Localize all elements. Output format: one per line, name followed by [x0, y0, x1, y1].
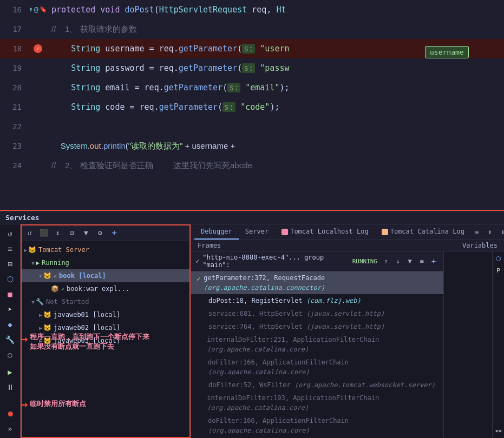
frames-label: Frames: [194, 242, 224, 249]
frame-method-6: doFilter:52, WsFilter (org.apache.tomcat…: [208, 380, 435, 390]
tree-item-javaweb02[interactable]: ▶ 🐱 javaweb02 [local]: [21, 321, 191, 334]
tab-menu-btn[interactable]: ≡: [471, 226, 483, 238]
pause-sidebar-btn[interactable]: ⏸: [3, 381, 18, 394]
code-line-16: 16 ⬆ @ 🔖 protected void doPost(HttpServl…: [0, 0, 504, 19]
line-content-20: String email = req.getParameter(s: "emai…: [46, 78, 504, 97]
services-panel: Services ↺ ≡ ⊞ ⬡ ■ ➤ ◆ 🔧 ○ ▶ ⏸ ⏺ »: [0, 211, 504, 438]
circle-sidebar-btn[interactable]: ○: [3, 348, 18, 361]
toolbar-refresh[interactable]: ↺: [24, 227, 36, 238]
wrench-sidebar-btn[interactable]: 🔧: [3, 333, 18, 346]
username-tooltip: username: [425, 46, 469, 58]
toolbar-filter[interactable]: ▼: [80, 227, 92, 238]
debugger-tab-btns: ≡ ⬆ ⬇: [471, 226, 504, 238]
thread-text: "http-nio-8080-exec-4"... group "main":: [202, 254, 349, 269]
vars-label: Variables: [462, 242, 501, 249]
frame-item-6[interactable]: doFilter:52, WsFilter (org.apache.tomcat…: [191, 379, 443, 391]
line-content-23: System.out.println("读取的数据为" + username +: [46, 136, 504, 156]
tab-debugger[interactable]: Debugger: [194, 224, 239, 240]
breakpoint-check-icon: ✓: [36, 39, 40, 58]
services-toolbar: ↺ ⬛ ↕ ⊟ ▼ ⚙ +: [21, 224, 191, 241]
breakpoint-18[interactable]: ✓: [34, 44, 42, 53]
frame-method-7: internalDoFilter:193, ApplicationFilterC…: [207, 393, 438, 413]
line-number-21: 21: [0, 97, 30, 117]
tab-tomcat-catalina[interactable]: Tomcat Catalina Log: [375, 224, 471, 240]
tab-up-btn[interactable]: ⬆: [484, 226, 496, 238]
frame-item-8[interactable]: doFilter:166, ApplicationFilterChain (or…: [191, 414, 443, 437]
thread-add-btn[interactable]: +: [428, 256, 439, 267]
tree-item-javaweb03[interactable]: ▶ 🐱 javaweb03 [local]: [21, 334, 191, 347]
frame-method-1: doPost:18, RegistServlet (com.flzj.web): [208, 296, 361, 306]
rs-glasses-btn[interactable]: 👓: [494, 426, 503, 436]
tree-item-tomcat[interactable]: ▶ 🐱 Tomcat Server: [21, 243, 191, 256]
line-number-22: 22: [0, 117, 30, 136]
line-content-19: String password = req.getParameter(s: "p…: [46, 58, 504, 78]
toolbar-group[interactable]: ⊟: [66, 227, 78, 238]
line-number-23: 23: [0, 136, 30, 156]
record-sidebar-btn[interactable]: ⏺: [3, 407, 18, 420]
arrow-sidebar-btn[interactable]: ➤: [3, 303, 18, 316]
running-arrow: ▼: [31, 260, 35, 266]
thread-filter-btn[interactable]: ▼: [404, 256, 415, 267]
frame-check-0: ✓: [197, 274, 200, 284]
line-number-19: 19: [0, 58, 30, 78]
play-sidebar-btn[interactable]: ▶: [3, 366, 18, 379]
tree-item-running[interactable]: ▼ ▶ Running: [21, 256, 191, 269]
toolbar-stop[interactable]: ⬛: [38, 227, 50, 238]
tree-item-book[interactable]: ▼ 🐱 ✓ book [local]: [21, 269, 191, 282]
thread-down-btn[interactable]: ↓: [392, 256, 403, 267]
thread-menu-btn[interactable]: ≡: [416, 256, 427, 267]
frame-item-3[interactable]: service:764, HttpServlet (javax.servlet.…: [191, 320, 443, 333]
debugger-tabs: Debugger Server Tomcat Localhost Log Tom…: [191, 224, 504, 240]
gutter-18: ✓: [30, 44, 46, 53]
tree-item-javaweb01[interactable]: ▶ 🐱 javaweb01 [local]: [21, 308, 191, 321]
at-icon: @: [34, 0, 38, 19]
vars-panel: [443, 251, 492, 438]
frame-item-0[interactable]: ✓ getParameter:372, RequestFacade (org.a…: [191, 271, 443, 294]
line-number-24: 24: [0, 156, 30, 175]
frame-item-4[interactable]: internalDoFilter:231, ApplicationFilterC…: [191, 333, 443, 356]
line-number-20: 20: [0, 78, 30, 97]
rs-btn-1[interactable]: ⬡: [494, 254, 503, 263]
bookmark-icon: 🔖: [40, 0, 47, 19]
toolbar-add[interactable]: +: [108, 227, 120, 238]
debugger-body: ✓ "http-nio-8080-exec-4"... group "main"…: [191, 251, 504, 438]
refresh-sidebar-btn[interactable]: ↺: [3, 227, 18, 240]
jw01-label: javaweb01 [local]: [54, 311, 120, 318]
puzzle-sidebar-btn[interactable]: ⬡: [3, 273, 18, 286]
frame-item-1[interactable]: doPost:18, RegistServlet (com.flzj.web): [191, 294, 443, 307]
toolbar-collapse[interactable]: ↕: [52, 227, 64, 238]
thread-up-btn[interactable]: ↑: [381, 256, 391, 267]
frame-item-7[interactable]: internalDoFilter:193, ApplicationFilterC…: [191, 391, 443, 414]
jw01-icon: 🐱: [43, 311, 51, 318]
diamond-sidebar-btn[interactable]: ◆: [3, 318, 18, 331]
code-line-24: 24 // 2、 检查验证码是否正确 这里我们先写死abcde: [0, 156, 504, 175]
rs-btn-2[interactable]: P: [494, 266, 503, 275]
tree-item-notstarted[interactable]: ▼ 🔧 Not Started: [21, 295, 191, 308]
tomcat-icon: 🐱: [28, 246, 36, 254]
book-label: book [local]: [59, 272, 106, 280]
debugger-panel: Debugger Server Tomcat Localhost Log Tom…: [191, 224, 504, 438]
frame-item-5[interactable]: doFilter:166, ApplicationFilterChain (or…: [191, 356, 443, 379]
code-line-23: 23 System.out.println("读取的数据为" + usernam…: [0, 136, 504, 156]
thread-bar: ✓ "http-nio-8080-exec-4"... group "main"…: [191, 251, 443, 271]
notstarted-arrow: ▼: [31, 299, 35, 305]
tree-item-bookwar[interactable]: ▶ 📦 ✓ book:war expl...: [21, 282, 191, 295]
line-content-17: // 1、 获取请求的参数: [46, 19, 504, 39]
frames-vars-bar: Frames Variables: [191, 240, 504, 251]
line-number-17: 17: [0, 19, 30, 39]
thread-btns: ↑ ↓ ▼ ≡ +: [381, 256, 439, 267]
collapse-sidebar-btn[interactable]: ≡: [3, 242, 18, 255]
chevron-sidebar-btn[interactable]: »: [3, 422, 18, 435]
notstarted-icon: 🔧: [36, 298, 44, 306]
tree-content: ▶ 🐱 Tomcat Server ▼ ▶ Running ▼: [21, 241, 191, 438]
tab-tomcat-localhost[interactable]: Tomcat Localhost Log: [275, 224, 375, 240]
tab-down-btn[interactable]: ⬇: [497, 226, 504, 238]
services-header: Services: [0, 211, 504, 224]
group-sidebar-btn[interactable]: ⊞: [3, 257, 18, 270]
frame-method-4: internalDoFilter:231, ApplicationFilterC…: [207, 335, 438, 354]
services-sidebar: ↺ ≡ ⊞ ⬡ ■ ➤ ◆ 🔧 ○ ▶ ⏸ ⏺ »: [0, 224, 21, 438]
tab-server[interactable]: Server: [239, 224, 275, 240]
stop-sidebar-btn[interactable]: ■: [3, 288, 18, 301]
toolbar-settings[interactable]: ⚙: [94, 227, 106, 238]
frame-item-2[interactable]: service:681, HttpServlet (javax.servlet.…: [191, 307, 443, 320]
